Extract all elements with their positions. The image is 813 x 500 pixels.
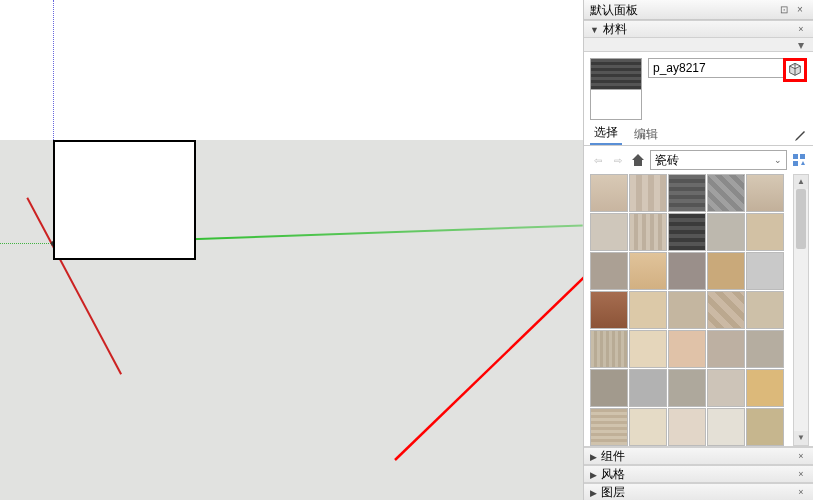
tri-right-icon: ▶ — [590, 488, 597, 498]
sky-background — [0, 0, 583, 140]
material-swatch[interactable] — [590, 408, 628, 446]
close-layers-button[interactable]: × — [795, 486, 807, 498]
material-swatch[interactable] — [707, 408, 745, 446]
section-layers-label: 图层 — [601, 485, 625, 499]
material-swatch[interactable] — [590, 291, 628, 329]
material-swatch[interactable] — [668, 330, 706, 368]
grid-scrollbar[interactable]: ▲ ▼ — [793, 174, 809, 446]
section-layers-header[interactable]: ▶图层 × — [584, 483, 813, 500]
close-components-button[interactable]: × — [795, 450, 807, 462]
section-styles-label: 风格 — [601, 467, 625, 481]
section-components-header[interactable]: ▶组件 × — [584, 447, 813, 465]
material-swatch[interactable] — [746, 174, 784, 212]
svg-rect-2 — [793, 154, 798, 159]
material-swatch[interactable] — [746, 213, 784, 251]
axis-green-dashed — [0, 243, 53, 244]
material-swatch[interactable] — [590, 330, 628, 368]
material-swatch[interactable] — [707, 330, 745, 368]
nav-forward-button[interactable]: ⇨ — [610, 152, 626, 168]
section-components-label: 组件 — [601, 449, 625, 463]
scroll-up-icon[interactable]: ▲ — [794, 175, 808, 189]
chevron-down-icon: ⌄ — [774, 155, 782, 165]
material-swatch[interactable] — [668, 252, 706, 290]
material-swatch[interactable] — [590, 174, 628, 212]
close-tray-button[interactable]: × — [793, 3, 807, 17]
svg-rect-3 — [800, 154, 805, 159]
material-swatch[interactable] — [746, 408, 784, 446]
home-button[interactable] — [630, 152, 646, 168]
tab-select[interactable]: 选择 — [590, 122, 622, 145]
details-button[interactable] — [791, 152, 807, 168]
material-swatch[interactable] — [629, 369, 667, 407]
material-swatch[interactable] — [707, 213, 745, 251]
category-dropdown[interactable]: 瓷砖 ⌄ — [650, 150, 787, 170]
material-swatch[interactable] — [707, 369, 745, 407]
create-material-button[interactable] — [783, 58, 807, 82]
material-swatch[interactable] — [668, 174, 706, 212]
material-swatch[interactable] — [746, 369, 784, 407]
menu-icon[interactable]: ▾ — [795, 39, 807, 51]
material-swatch[interactable] — [629, 408, 667, 446]
eyedropper-button[interactable] — [791, 129, 807, 145]
preview-back — [591, 89, 641, 120]
material-swatch[interactable] — [746, 330, 784, 368]
material-preview[interactable] — [590, 58, 642, 120]
close-materials-button[interactable]: × — [795, 23, 807, 35]
preview-texture — [591, 59, 641, 89]
viewport-3d[interactable] — [0, 0, 583, 500]
scroll-down-icon[interactable]: ▼ — [794, 431, 808, 445]
tray-title: 默认面板 — [590, 0, 638, 20]
model-face[interactable] — [53, 140, 196, 260]
material-swatch[interactable] — [590, 213, 628, 251]
material-swatch[interactable] — [629, 291, 667, 329]
material-swatch[interactable] — [629, 252, 667, 290]
material-swatch[interactable] — [590, 369, 628, 407]
material-swatch[interactable] — [668, 369, 706, 407]
material-swatch[interactable] — [629, 174, 667, 212]
material-swatch[interactable] — [746, 291, 784, 329]
svg-rect-4 — [793, 161, 798, 166]
material-swatch[interactable] — [707, 291, 745, 329]
pin-icon[interactable]: ⊡ — [777, 3, 791, 17]
close-styles-button[interactable]: × — [795, 468, 807, 480]
category-value: 瓷砖 — [655, 152, 679, 169]
material-swatch[interactable] — [629, 330, 667, 368]
material-swatch[interactable] — [707, 252, 745, 290]
tab-edit[interactable]: 编辑 — [630, 124, 662, 145]
material-swatch[interactable] — [668, 408, 706, 446]
material-swatch[interactable] — [746, 252, 784, 290]
materials-body: 选择 编辑 ⇦ ⇨ 瓷砖 ⌄ — [584, 52, 813, 447]
tri-down-icon: ▼ — [590, 25, 599, 35]
scroll-thumb[interactable] — [796, 189, 806, 249]
material-grid — [590, 174, 813, 446]
material-swatch[interactable] — [707, 174, 745, 212]
nav-back-button[interactable]: ⇦ — [590, 152, 606, 168]
tray-title-bar[interactable]: 默认面板 ⊡ × — [584, 0, 813, 20]
material-swatch[interactable] — [668, 291, 706, 329]
section-styles-header[interactable]: ▶风格 × — [584, 465, 813, 483]
section-materials-header[interactable]: ▼材料 × — [584, 20, 813, 38]
material-swatch[interactable] — [668, 213, 706, 251]
material-swatch[interactable] — [629, 213, 667, 251]
material-swatch[interactable] — [590, 252, 628, 290]
tri-right-icon: ▶ — [590, 452, 597, 462]
tray-panel: 默认面板 ⊡ × ▼材料 × ▾ 选择 编辑 — [583, 0, 813, 500]
cube-plus-icon — [787, 62, 803, 78]
section-materials-label: 材料 — [603, 22, 627, 36]
tri-right-icon: ▶ — [590, 470, 597, 480]
